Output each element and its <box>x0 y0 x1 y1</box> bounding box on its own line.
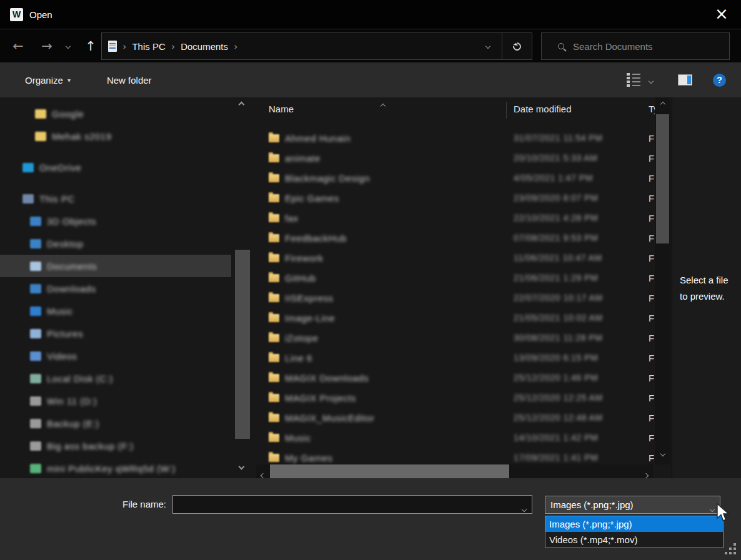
scroll-down-button[interactable] <box>655 452 670 456</box>
chevron-down-icon[interactable] <box>522 503 526 514</box>
change-view-button[interactable] <box>627 73 640 87</box>
column-header-name[interactable]: Name <box>269 104 294 114</box>
sidebar-item-videos[interactable]: Videos <box>0 345 231 367</box>
resize-grip[interactable] <box>725 543 736 554</box>
word-app-icon: W <box>10 8 23 21</box>
file-type: F <box>649 353 654 363</box>
sidebar-item-mini-publickey-qwrq5d-w-[interactable]: mini PublicKey qWRq5d (W:) <box>0 457 231 478</box>
sidebar-item-label: This PC <box>39 194 75 204</box>
table-row[interactable]: Music 14/10/2021 1:42 PM F <box>256 428 672 448</box>
open-dialog: W Open × ← → ↑ › This PC › Documents › O… <box>0 0 741 560</box>
folder-icon <box>269 274 279 282</box>
table-row[interactable]: Blackmagic Design 4/05/2021 1:47 PM F <box>256 168 672 188</box>
file-type: F <box>649 453 654 463</box>
file-date-modified: 25/12/2020 12:48 AM <box>514 413 603 423</box>
column-divider[interactable] <box>506 102 507 119</box>
chevron-down-icon <box>485 44 490 49</box>
sidebar-item-local-disk-c-[interactable]: Local Disk (C:) <box>0 367 231 390</box>
preview-pane-button[interactable] <box>678 74 692 86</box>
table-row[interactable]: animate 20/10/2021 5:33 AM F <box>256 148 672 168</box>
table-row[interactable]: Image-Line 21/05/2021 10:02 AM F <box>256 308 672 328</box>
search-input[interactable] <box>573 41 729 52</box>
folder-icon <box>269 234 279 242</box>
chevron-right-icon <box>644 473 649 478</box>
file-rows: Ahmed Hunain 31/07/2021 11:54 PM F anima… <box>256 122 672 464</box>
recent-locations-button[interactable] <box>61 44 75 48</box>
sidebar-scroll-down-button[interactable] <box>234 464 249 469</box>
search-box[interactable] <box>541 32 730 60</box>
sidebar-item-downloads[interactable]: Downloads <box>0 277 231 300</box>
address-bar[interactable]: › This PC › Documents › <box>101 32 532 60</box>
caret-down-icon: ▾ <box>67 77 71 84</box>
table-row[interactable]: Ahmed Hunain 31/07/2021 11:54 PM F <box>256 128 672 148</box>
sidebar-item-pictures[interactable]: Pictures <box>0 322 231 345</box>
sidebar-scroll-up-button[interactable] <box>234 102 249 107</box>
file-name-label: File name: <box>0 499 166 509</box>
back-button[interactable]: ← <box>7 39 29 54</box>
breadcrumb-this-pc[interactable]: This PC <box>132 41 165 52</box>
forward-button[interactable]: → <box>36 39 57 54</box>
column-header-date-modified[interactable]: Date modified <box>514 104 572 114</box>
file-name: FeedbackHub <box>285 233 347 243</box>
sidebar-item-desktop[interactable]: Desktop <box>0 232 231 255</box>
vertical-scrollbar[interactable] <box>655 97 670 464</box>
file-name-input[interactable] <box>173 496 532 513</box>
sidebar-item-documents[interactable]: Documents <box>0 255 231 277</box>
navigation-bar: ← → ↑ › This PC › Documents › <box>0 29 741 62</box>
file-type-option[interactable]: Images (*.png;*.jpg) <box>545 516 723 532</box>
file-type: F <box>649 233 654 243</box>
sidebar-item-win-11-d-[interactable]: Win 11 (D:) <box>0 390 231 412</box>
sidebar-item-big-ass-backup-f-[interactable]: Big ass backup (F:) <box>0 435 231 457</box>
3d-objects-icon <box>30 217 41 226</box>
file-name-combobox[interactable] <box>172 495 532 514</box>
file-name: Epic Games <box>285 193 339 204</box>
file-name: My Games <box>285 453 333 463</box>
sidebar-scrollbar-thumb[interactable] <box>235 250 250 439</box>
file-type-option[interactable]: Videos (*.mp4;*.mov) <box>545 532 723 548</box>
file-type-combobox[interactable]: Images (*.png;*.jpg) <box>545 496 720 514</box>
table-row[interactable]: fax 22/10/2021 4:28 PM F <box>256 208 672 228</box>
table-row[interactable]: Epic Games 23/09/2020 8:07 PM F <box>256 188 672 208</box>
sidebar-item-music[interactable]: Music <box>0 300 231 322</box>
file-date-modified: 31/07/2021 11:54 PM <box>514 133 602 143</box>
organize-button[interactable]: Organize ▾ <box>25 75 71 86</box>
address-dropdown-button[interactable] <box>474 33 502 59</box>
table-row[interactable]: MAGIX Projects 25/12/2020 12:25 AM F <box>256 388 672 408</box>
sidebar-item-mehak-s2019[interactable]: Mehak s2019 <box>0 125 231 147</box>
sidebar-item-label: mini PublicKey qWRq5d (W:) <box>47 463 176 474</box>
table-row[interactable]: GitHub 21/06/2021 1:29 PM F <box>256 268 672 288</box>
table-row[interactable]: IISExpress 22/07/2020 10:17 AM F <box>256 288 672 308</box>
new-folder-button[interactable]: New folder <box>107 75 152 86</box>
horizontal-scrollbar[interactable] <box>256 464 653 478</box>
downloads-icon <box>30 284 41 293</box>
folder-icon <box>269 134 279 142</box>
view-options-button[interactable] <box>649 74 653 86</box>
up-button[interactable]: ↑ <box>80 39 101 54</box>
file-type: F <box>649 133 654 144</box>
table-row[interactable]: MAGIX Downloads 25/12/2020 1:46 PM F <box>256 368 672 388</box>
close-button[interactable]: × <box>712 5 731 24</box>
table-row[interactable]: My Games 17/09/2021 1:41 PM F <box>256 448 672 464</box>
help-button[interactable]: ? <box>713 74 726 87</box>
search-icon <box>558 43 564 49</box>
sidebar-item-this-pc[interactable]: This PC <box>0 187 231 210</box>
table-row[interactable]: iZotope 30/08/2021 11:28 PM F <box>256 328 672 348</box>
sidebar-item-onedrive[interactable]: OneDrive <box>0 156 231 179</box>
refresh-button[interactable] <box>502 33 532 59</box>
table-row[interactable]: MAGIX_MusicEditor 25/12/2020 12:48 AM F <box>256 408 672 428</box>
table-row[interactable]: FeedbackHub 07/08/2021 9:53 PM F <box>256 228 672 248</box>
mouse-cursor <box>716 503 730 523</box>
file-type: F <box>649 153 654 164</box>
folder-icon <box>269 414 279 422</box>
breadcrumb-documents[interactable]: Documents <box>181 41 228 52</box>
sidebar-item-backup-e-[interactable]: Backup (E:) <box>0 412 231 435</box>
file-name: MAGIX Downloads <box>285 373 369 383</box>
vertical-scrollbar-thumb[interactable] <box>656 114 669 243</box>
sidebar-item-google[interactable]: Google <box>0 102 231 125</box>
chevron-up-icon <box>238 102 244 108</box>
scroll-up-button[interactable] <box>655 102 670 106</box>
horizontal-scrollbar-thumb[interactable] <box>270 464 509 478</box>
table-row[interactable]: Line 6 13/09/2020 6:15 PM F <box>256 348 672 368</box>
table-row[interactable]: Firework 11/06/2021 10:47 AM F <box>256 248 672 268</box>
sidebar-item-3d-objects[interactable]: 3D Objects <box>0 210 231 232</box>
